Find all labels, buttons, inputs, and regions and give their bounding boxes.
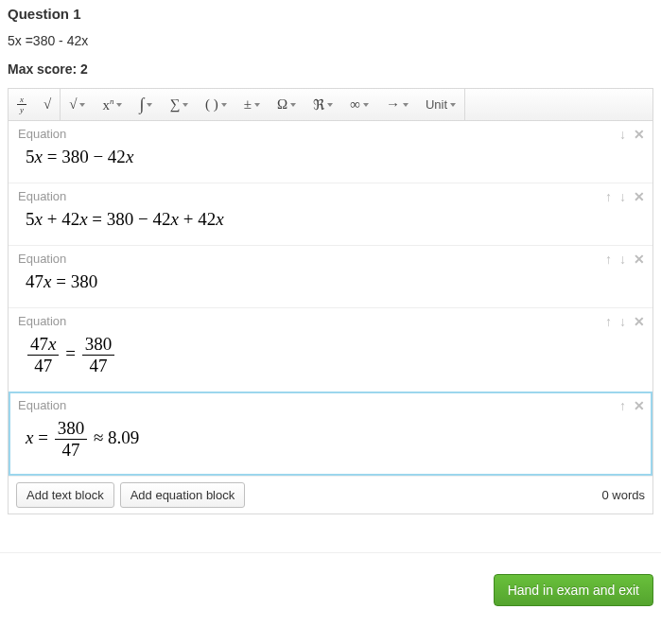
infinity-button[interactable]: ∞ xyxy=(341,89,377,120)
unit-button[interactable]: Unit xyxy=(417,89,464,120)
editor-footer: Add text block Add equation block 0 word… xyxy=(9,476,652,513)
fraction-button[interactable]: xy xyxy=(9,89,35,120)
block-label: Equation xyxy=(18,252,643,266)
fraction-icon: xy xyxy=(17,96,26,113)
nth-root-button[interactable]: √ xyxy=(61,89,94,120)
question-title: Question 1 xyxy=(8,6,653,22)
power-button[interactable]: xn xyxy=(94,89,130,120)
sigma-icon: ∑ xyxy=(169,96,180,113)
chevron-down-icon xyxy=(290,103,296,107)
add-equation-block-button[interactable]: Add equation block xyxy=(120,482,246,508)
equation-block[interactable]: Equation↑↓✕5x + 42x = 380 − 42x + 42x xyxy=(9,183,652,245)
close-icon[interactable]: ✕ xyxy=(634,314,645,329)
sum-button[interactable]: ∑ xyxy=(161,89,197,120)
hand-in-button[interactable]: Hand in exam and exit xyxy=(494,574,653,606)
greek-button[interactable]: Ω xyxy=(269,89,304,120)
integral-icon: ∫ xyxy=(139,95,144,114)
block-label: Equation xyxy=(18,398,643,412)
move-up-icon[interactable]: ↑ xyxy=(619,398,626,413)
block-label: Equation xyxy=(18,127,643,141)
add-text-block-button[interactable]: Add text block xyxy=(16,482,114,508)
toolbar: xy √ √ xn ∫ ∑ ( ) ± Ω ℜ ∞ → Unit xyxy=(9,89,652,121)
plusminus-button[interactable]: ± xyxy=(235,89,269,120)
move-down-icon[interactable]: ↓ xyxy=(619,314,626,329)
equation-content[interactable]: x = 38047 ≈ 8.09 xyxy=(18,416,643,462)
equation-block[interactable]: Equation↓✕5x = 380 − 42x xyxy=(9,121,652,183)
chevron-down-icon xyxy=(327,103,333,107)
block-controls: ↑↓✕ xyxy=(605,252,645,267)
equation-block[interactable]: Equation↑↓✕47x47 = 38047 xyxy=(9,307,652,392)
block-label: Equation xyxy=(18,314,643,328)
chevron-down-icon xyxy=(221,103,227,107)
block-controls: ↑↓✕ xyxy=(605,189,645,204)
plusminus-icon: ± xyxy=(244,96,252,113)
chevron-down-icon xyxy=(450,103,456,107)
equation-block[interactable]: Equation↑✕x = 38047 ≈ 8.09 xyxy=(9,392,652,476)
chevron-down-icon xyxy=(147,103,152,107)
unit-label: Unit xyxy=(426,97,447,112)
chevron-down-icon xyxy=(363,103,369,107)
block-controls: ↑↓✕ xyxy=(605,314,645,329)
close-icon[interactable]: ✕ xyxy=(634,252,645,267)
integral-button[interactable]: ∫ xyxy=(130,89,161,120)
sqrt-button[interactable]: √ xyxy=(35,89,60,120)
chevron-down-icon xyxy=(403,103,409,107)
arrow-button[interactable]: → xyxy=(377,89,417,120)
chevron-down-icon xyxy=(79,103,85,107)
close-icon[interactable]: ✕ xyxy=(634,398,645,413)
move-down-icon[interactable]: ↓ xyxy=(619,252,626,267)
block-controls: ↑✕ xyxy=(619,398,645,413)
arrow-icon: → xyxy=(386,96,400,113)
power-icon: xn xyxy=(102,96,113,113)
move-down-icon[interactable]: ↓ xyxy=(619,189,626,204)
real-icon: ℜ xyxy=(313,96,324,113)
move-down-icon[interactable]: ↓ xyxy=(619,127,626,142)
parens-button[interactable]: ( ) xyxy=(197,89,235,120)
question-body: 5x =380 - 42x xyxy=(8,33,653,48)
close-icon[interactable]: ✕ xyxy=(634,127,645,142)
move-up-icon[interactable]: ↑ xyxy=(605,189,612,204)
move-up-icon[interactable]: ↑ xyxy=(605,252,612,267)
omega-icon: Ω xyxy=(277,96,287,113)
block-label: Equation xyxy=(18,189,643,203)
sqrt-icon: √ xyxy=(43,96,51,113)
equation-block[interactable]: Equation↑↓✕47x = 380 xyxy=(9,245,652,307)
chevron-down-icon xyxy=(254,103,260,107)
word-count: 0 words xyxy=(601,488,645,502)
equation-content[interactable]: 47x = 380 xyxy=(18,270,643,294)
equation-editor: xy √ √ xn ∫ ∑ ( ) ± Ω ℜ ∞ → Unit Equatio… xyxy=(8,88,653,514)
chevron-down-icon xyxy=(183,103,188,107)
parens-icon: ( ) xyxy=(205,96,218,113)
close-icon[interactable]: ✕ xyxy=(634,189,645,204)
move-up-icon[interactable]: ↑ xyxy=(605,314,612,329)
nth-root-icon: √ xyxy=(69,96,77,113)
block-controls: ↓✕ xyxy=(619,127,645,142)
chevron-down-icon xyxy=(116,103,122,107)
infinity-icon: ∞ xyxy=(350,96,360,113)
max-score: Max score: 2 xyxy=(8,61,653,77)
equation-content[interactable]: 47x47 = 38047 xyxy=(18,332,643,378)
equation-content[interactable]: 5x = 380 − 42x xyxy=(18,145,643,169)
real-button[interactable]: ℜ xyxy=(304,89,341,120)
equation-content[interactable]: 5x + 42x = 380 − 42x + 42x xyxy=(18,207,643,232)
